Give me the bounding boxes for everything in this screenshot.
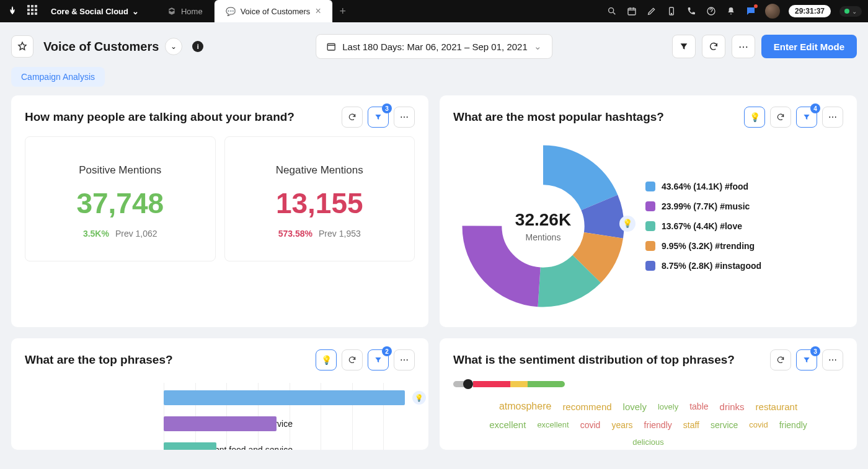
more-button[interactable]: ⋯ — [394, 349, 415, 370]
more-button[interactable]: ⋯ — [822, 107, 843, 128]
filter-button[interactable]: 4 — [796, 107, 817, 128]
word[interactable]: delicious — [632, 437, 664, 447]
donut-legend: 43.64% (14.1K) #food 23.99% (7.7K) #musi… — [645, 182, 761, 271]
word[interactable]: table — [689, 401, 708, 411]
word[interactable]: covid — [749, 420, 768, 429]
status-dot — [844, 9, 849, 14]
word[interactable]: recommend — [562, 401, 611, 412]
legend-swatch — [645, 261, 655, 271]
svg-point-3 — [671, 13, 671, 14]
legend-item[interactable]: 43.64% (14.1K) #food — [645, 182, 761, 191]
word[interactable]: friendly — [779, 420, 807, 430]
slider-thumb[interactable] — [463, 379, 473, 389]
chat-icon[interactable] — [745, 6, 756, 17]
donut-center-value: 32.26K — [515, 210, 571, 230]
insight-button[interactable]: 💡 — [316, 349, 337, 370]
refresh-button[interactable] — [770, 107, 791, 128]
dashboard-grid: How many people are talking about your b… — [0, 95, 868, 461]
refresh-button[interactable] — [702, 35, 725, 58]
tab-voice-of-customers[interactable]: 💬 Voice of Customers × — [215, 0, 333, 22]
refresh-button[interactable] — [342, 349, 363, 370]
info-icon[interactable]: i — [192, 41, 203, 52]
legend-text: 13.67% (4.4K) #love — [662, 221, 742, 231]
title-dropdown[interactable]: ⌄ — [165, 38, 182, 55]
bar-row[interactable]: great food and service — [164, 411, 415, 436]
app-logo[interactable] — [4, 2, 21, 20]
word[interactable]: years — [611, 420, 632, 430]
bulb-icon[interactable]: 💡 — [619, 216, 636, 232]
filter-button[interactable]: 3 — [796, 349, 817, 370]
page-title: Voice of Customers — [43, 40, 159, 54]
card-title: How many people are talking about your b… — [25, 110, 294, 124]
close-icon[interactable]: × — [315, 6, 321, 17]
help-icon[interactable] — [706, 6, 717, 17]
bell-icon[interactable] — [725, 6, 737, 17]
filter-button[interactable] — [672, 35, 696, 58]
bulb-icon[interactable]: 💡 — [412, 391, 426, 405]
new-tab-button[interactable]: + — [333, 0, 353, 22]
filter-button[interactable]: 3 — [368, 107, 389, 128]
svg-rect-5 — [327, 43, 335, 50]
bar-row[interactable]: food and service 💡 — [164, 385, 415, 410]
chevron-down-icon: ⌄ — [132, 7, 139, 16]
word[interactable]: drinks — [720, 401, 745, 412]
legend-text: 43.64% (14.1K) #food — [662, 182, 748, 191]
card-sentiment-distribution: What is the sentiment distribution of to… — [440, 338, 857, 450]
date-range-picker[interactable]: Last 180 Days: Mar 06, 2021 – Sep 01, 20… — [316, 34, 552, 59]
insight-button[interactable]: 💡 — [744, 107, 765, 128]
bar-row[interactable]: excellent food and service — [164, 437, 415, 450]
negative-mentions-box: Negative Mentions 13,155 573.58%Prev 1,9… — [224, 136, 415, 261]
legend-item[interactable]: 13.67% (4.4K) #love — [645, 221, 761, 231]
workspace-selector[interactable]: Core & Social Cloud ⌄ — [46, 7, 144, 16]
legend-swatch — [645, 182, 655, 191]
apps-grid-icon[interactable] — [27, 5, 40, 17]
favorite-button[interactable] — [11, 35, 33, 58]
legend-text: 8.75% (2.8K) #instagood — [662, 261, 761, 271]
workspace-name: Core & Social Cloud — [51, 7, 128, 16]
phone-icon[interactable] — [686, 6, 697, 17]
word[interactable]: excellent — [537, 420, 569, 429]
tab-home[interactable]: Home — [156, 0, 215, 22]
word[interactable]: excellent — [489, 419, 526, 430]
enter-edit-mode-button[interactable]: Enter Edit Mode — [761, 35, 857, 58]
word[interactable]: staff — [683, 420, 699, 430]
more-button[interactable]: ⋯ — [732, 35, 755, 58]
legend-item[interactable]: 9.95% (3.2K) #trending — [645, 241, 761, 251]
word[interactable]: lovely — [658, 402, 678, 411]
card-title: What is the sentiment distribution of to… — [453, 353, 735, 367]
card-title: What are the most popular hashtags? — [453, 110, 664, 124]
status-indicator[interactable]: ⌄ — [839, 6, 862, 17]
search-icon[interactable] — [606, 6, 618, 17]
legend-swatch — [645, 201, 655, 211]
sentiment-slider[interactable] — [453, 379, 565, 389]
filter-badge: 3 — [382, 103, 392, 113]
filter-button[interactable]: 2 — [368, 349, 389, 370]
filter-badge: 3 — [810, 346, 820, 356]
metric-change: 573.58% — [278, 229, 312, 239]
word[interactable]: service — [711, 420, 738, 430]
legend-item[interactable]: 8.75% (2.8K) #instagood — [645, 261, 761, 271]
word[interactable]: lovely — [623, 401, 647, 412]
donut-chart: 32.26K Mentions 💡 — [453, 136, 633, 316]
date-range-text: Last 180 Days: Mar 06, 2021 – Sep 01, 20… — [342, 42, 528, 52]
more-button[interactable]: ⋯ — [394, 107, 415, 128]
more-button[interactable]: ⋯ — [822, 349, 843, 370]
refresh-button[interactable] — [342, 107, 363, 128]
chevron-down-icon: ⌄ — [852, 8, 857, 15]
card-popular-hashtags: What are the most popular hashtags? 💡 4 … — [440, 95, 857, 327]
word[interactable]: restaurant — [756, 401, 798, 412]
user-avatar[interactable] — [765, 4, 780, 19]
refresh-button[interactable] — [770, 349, 791, 370]
filter-badge: 2 — [382, 346, 392, 356]
edit-icon[interactable] — [646, 6, 657, 17]
word[interactable]: covid — [580, 420, 601, 430]
word[interactable]: friendly — [644, 420, 672, 430]
campaign-analysis-chip[interactable]: Campaign Analysis — [11, 67, 105, 87]
calendar-icon[interactable] — [626, 6, 637, 17]
legend-item[interactable]: 23.99% (7.7K) #music — [645, 201, 761, 211]
word[interactable]: atmosphere — [499, 401, 552, 412]
device-icon[interactable] — [666, 6, 677, 17]
metric-value: 13,155 — [231, 186, 409, 220]
bulb-icon: 💡 — [321, 355, 332, 365]
filter-badge: 4 — [810, 103, 820, 113]
